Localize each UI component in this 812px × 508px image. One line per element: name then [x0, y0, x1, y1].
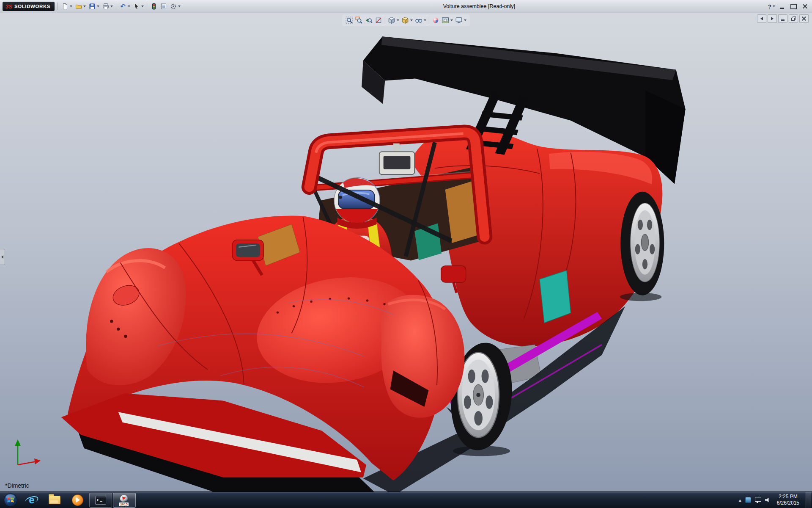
taskbar-file-explorer[interactable] [44, 493, 66, 507]
orientation-triad [11, 437, 47, 472]
pane-expand-button[interactable] [768, 14, 777, 23]
tray-app-icon[interactable] [745, 497, 751, 503]
section-view-button[interactable] [374, 15, 383, 25]
3ds-logo-mark: 3S [5, 3, 12, 10]
dropdown-arrow-icon[interactable] [141, 6, 144, 7]
view-orientation-button[interactable] [387, 15, 400, 25]
toolbar-separator [147, 3, 147, 10]
rebuild-icon [150, 3, 157, 10]
dropdown-arrow-icon[interactable] [410, 19, 413, 21]
panel-expand-arrow-icon [1, 255, 3, 259]
display-style-icon [401, 17, 409, 24]
open-button[interactable] [74, 1, 87, 11]
zoom-to-area-button[interactable] [354, 15, 364, 25]
solidworks-logo[interactable]: 3S SOLIDWORKS [3, 2, 55, 11]
maximize-icon [790, 4, 797, 9]
command-prompt-icon [95, 496, 106, 505]
dropdown-arrow-icon[interactable] [110, 6, 113, 7]
close-icon [802, 4, 808, 9]
help-icon: ? [768, 3, 771, 10]
volume-icon[interactable] [765, 497, 771, 502]
maximize-button[interactable] [789, 3, 798, 10]
options-button[interactable] [168, 1, 182, 11]
options-gear-icon [170, 3, 177, 10]
tray-expand-icon[interactable]: ▴ [739, 498, 741, 502]
undo-button[interactable]: ↶ [118, 1, 132, 11]
dropdown-arrow-icon[interactable] [97, 6, 99, 7]
pane-collapse-button[interactable] [757, 14, 766, 23]
clock[interactable]: 2:25 PM 6/26/2015 [774, 494, 802, 506]
display-style-button[interactable] [401, 15, 414, 25]
doc-close-button[interactable] [799, 14, 809, 23]
undo-icon: ↶ [119, 3, 126, 10]
apply-scene-button[interactable] [441, 15, 454, 25]
edit-appearance-icon [432, 17, 439, 24]
dropdown-arrow-icon[interactable] [450, 19, 453, 21]
network-icon[interactable] [755, 497, 761, 502]
titlebar: 3S SOLIDWORKS [0, 0, 812, 13]
dropdown-arrow-icon[interactable] [128, 6, 130, 7]
hide-show-items-button[interactable] [414, 15, 427, 25]
new-document-icon [61, 3, 69, 10]
select-cursor-icon [133, 3, 140, 10]
doc-minimize-button[interactable] [778, 14, 787, 23]
standard-toolbar: ↶ [60, 1, 182, 11]
save-button[interactable] [87, 1, 101, 11]
app-name: SOLIDWORKS [14, 4, 50, 9]
select-button[interactable] [132, 1, 145, 11]
close-button[interactable] [800, 3, 809, 10]
hide-show-items-icon [415, 17, 422, 24]
dropdown-arrow-icon[interactable] [178, 6, 181, 7]
edit-appearance-button[interactable] [431, 15, 440, 25]
y-axis-arrow [15, 439, 21, 446]
taskbar-internet-explorer[interactable]: e [21, 493, 43, 507]
solidworks-version-badge: 2015 [119, 502, 129, 506]
print-icon [102, 3, 109, 10]
system-tray: ▴ 2:25 PM 6/26/2015 [739, 492, 812, 508]
new-document-button[interactable] [60, 1, 74, 11]
doc-restore-button[interactable] [789, 14, 798, 23]
minimize-icon [780, 8, 784, 9]
dropdown-arrow-icon[interactable] [83, 6, 86, 7]
start-button[interactable] [1, 492, 20, 508]
graphics-area[interactable]: *Dimetric [0, 13, 812, 492]
dropdown-arrow-icon[interactable] [464, 19, 466, 21]
previous-view-button[interactable] [364, 15, 373, 25]
model-canvas[interactable] [0, 13, 812, 492]
side-window-teal [540, 271, 571, 323]
taskbar: e 2015 ▴ 2:25 PM 6/26/2015 [0, 491, 812, 508]
toolbar-separator [429, 17, 429, 24]
file-properties-button[interactable] [159, 1, 168, 11]
print-button[interactable] [101, 1, 114, 11]
help-button[interactable]: ? [768, 3, 775, 10]
taskbar-media-player[interactable] [66, 493, 88, 507]
view-orientation-label: *Dimetric [5, 482, 29, 489]
section-view-icon [375, 17, 382, 24]
view-settings-button[interactable] [454, 15, 467, 25]
pane-expand-icon [771, 17, 774, 20]
zoom-to-fit-button[interactable] [345, 15, 354, 25]
internet-explorer-icon: e [26, 494, 38, 505]
apply-scene-icon [442, 17, 449, 24]
dropdown-arrow-icon[interactable] [397, 19, 399, 21]
rebuild-button[interactable] [149, 1, 159, 11]
show-desktop-button[interactable] [806, 492, 811, 508]
toolbar-separator [385, 17, 385, 24]
heads-up-view-toolbar [342, 14, 470, 26]
file-explorer-icon [49, 496, 60, 504]
feature-panel-edge-tab[interactable] [0, 249, 5, 265]
minimize-button[interactable] [777, 3, 787, 10]
file-properties-icon [160, 3, 167, 10]
previous-view-icon [365, 17, 373, 24]
dropdown-arrow-icon[interactable] [773, 6, 775, 7]
taskbar-solidworks[interactable]: 2015 [113, 493, 136, 508]
dropdown-arrow-icon[interactable] [70, 6, 72, 7]
doc-restore-icon [791, 17, 796, 21]
media-player-icon [72, 494, 83, 506]
window-title: Voiture assemblee [Read-only] [443, 3, 515, 9]
x-axis-arrow [34, 458, 41, 464]
dropdown-arrow-icon[interactable] [424, 19, 426, 21]
solidworks-window: 3S SOLIDWORKS [0, 0, 812, 508]
doc-close-icon [802, 17, 806, 21]
taskbar-command-prompt[interactable] [89, 493, 112, 508]
